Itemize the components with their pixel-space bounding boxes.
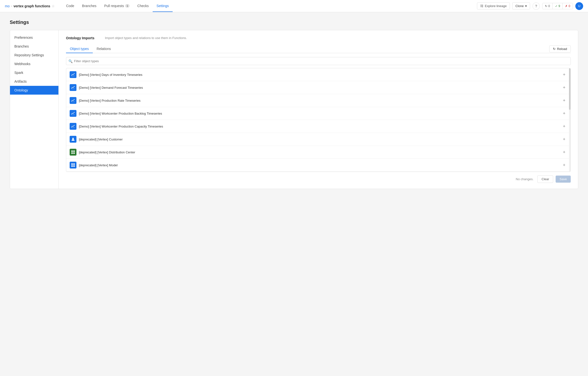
- object-type-icon: [70, 123, 76, 130]
- svg-rect-7: [73, 150, 75, 152]
- ontology-section-label: Ontology Imports: [66, 36, 105, 40]
- svg-rect-10: [71, 163, 73, 165]
- status-group: ↻ 0 ✓ 9 ✗ 0: [542, 3, 573, 9]
- settings-content: Ontology Imports Import object types and…: [59, 30, 578, 189]
- object-type-icon: [70, 149, 76, 155]
- tab-code[interactable]: Code: [62, 0, 78, 12]
- object-type-name: [Demo] [Vertex] Days of Inventory Timese…: [79, 73, 559, 77]
- svg-rect-11: [73, 163, 75, 165]
- object-type-name: [Demo] [Vertex] Demand Forecast Timeseri…: [79, 86, 559, 89]
- svg-rect-4: [71, 128, 75, 128]
- status-checks-failed[interactable]: ✗ 0: [563, 3, 573, 9]
- sync-icon: ↻: [545, 4, 547, 8]
- svg-rect-1: [71, 89, 75, 89]
- pull-requests-badge: 1: [125, 4, 129, 8]
- status-checks-passed[interactable]: ✓ 9: [553, 3, 563, 9]
- tab-settings[interactable]: Settings: [153, 0, 173, 12]
- tab-branches[interactable]: Branches: [78, 0, 100, 12]
- clone-button[interactable]: Clone ▾: [512, 2, 530, 10]
- svg-rect-8: [71, 152, 73, 154]
- top-nav: mo › vertex graph functions ☆ Code Branc…: [0, 0, 588, 12]
- tab-object-types[interactable]: Object types: [66, 45, 93, 53]
- chevron-down-icon: ▾: [525, 4, 527, 8]
- sidebar-item-repository-settings[interactable]: Repository Settings: [10, 51, 58, 59]
- list-item: [deprecated] [Vertex] Customer +: [66, 133, 570, 146]
- add-object-type-button[interactable]: +: [561, 162, 567, 168]
- check-icon: ✓: [555, 4, 557, 8]
- sidebar-item-preferences[interactable]: Preferences: [10, 33, 58, 42]
- settings-sidebar: Preferences Branches Repository Settings…: [10, 30, 59, 189]
- page-title: Settings: [10, 20, 578, 25]
- object-type-icon: [70, 71, 76, 78]
- object-type-icon: [70, 84, 76, 91]
- avatar[interactable]: U: [575, 2, 583, 10]
- svg-rect-3: [71, 115, 75, 115]
- sidebar-item-artifacts[interactable]: Artifacts: [10, 77, 58, 86]
- svg-rect-0: [71, 76, 75, 76]
- list-footer: No changes. Clear Save: [66, 175, 571, 183]
- star-icon[interactable]: ☆: [52, 4, 55, 8]
- object-type-name: [Demo] [Vertex] Workcenter Production Ba…: [79, 112, 559, 115]
- breadcrumb-separator: ›: [11, 4, 12, 8]
- list-item: [Demo] [Vertex] Production Rate Timeseri…: [66, 94, 570, 107]
- sidebar-item-spark[interactable]: Spark: [10, 68, 58, 77]
- reload-button[interactable]: ↻ Reload: [549, 45, 571, 52]
- settings-panel: Preferences Branches Repository Settings…: [10, 30, 578, 189]
- status-sync[interactable]: ↻ 0: [543, 3, 553, 9]
- object-type-name: [Demo] [Vertex] Workcenter Production Ca…: [79, 125, 559, 128]
- list-item: [Demo] [Vertex] Workcenter Production Ca…: [66, 120, 570, 133]
- add-object-type-button[interactable]: +: [561, 98, 567, 103]
- lineage-icon: ⛓: [480, 4, 483, 8]
- scrollbar-thumb[interactable]: [569, 68, 570, 110]
- object-type-icon: [70, 136, 76, 143]
- object-type-icon: [70, 162, 76, 168]
- filter-input[interactable]: [66, 57, 571, 65]
- sidebar-item-ontology[interactable]: Ontology: [10, 86, 58, 95]
- object-type-icon: [70, 110, 76, 117]
- svg-point-5: [72, 138, 74, 139]
- add-object-type-button[interactable]: +: [561, 149, 567, 155]
- add-object-type-button[interactable]: +: [561, 111, 567, 116]
- scrollbar-track[interactable]: [569, 68, 570, 172]
- reload-icon: ↻: [553, 47, 556, 51]
- ontology-description: Import object types and relations to use…: [105, 36, 187, 40]
- explore-lineage-button[interactable]: ⛓ Explore lineage: [477, 2, 510, 10]
- list-item: [Demo] [Vertex] Demand Forecast Timeseri…: [66, 81, 570, 94]
- list-item: [Demo] [Vertex] Workcenter Production Ba…: [66, 107, 570, 120]
- svg-rect-6: [71, 150, 73, 152]
- svg-rect-9: [73, 152, 75, 154]
- repo-name: vertex graph functions: [13, 4, 50, 8]
- ontology-header: Ontology Imports Import object types and…: [66, 36, 571, 40]
- add-object-type-button[interactable]: +: [561, 85, 567, 90]
- top-nav-right: ⛓ Explore lineage Clone ▾ ? ↻ 0 ✓ 9 ✗ 0 …: [477, 2, 583, 10]
- list-item: [Demo] [Vertex] Days of Inventory Timese…: [66, 68, 570, 81]
- list-item: [deprecated] [Vertex] Model +: [66, 159, 570, 172]
- add-object-type-button[interactable]: +: [561, 136, 567, 142]
- save-button[interactable]: Save: [556, 176, 571, 183]
- filter-input-wrap: 🔍: [66, 57, 571, 65]
- object-type-icon: [70, 97, 76, 104]
- no-changes-text: No changes.: [516, 177, 534, 181]
- tab-pull-requests[interactable]: Pull requests 1: [100, 0, 133, 12]
- object-type-name: [deprecated] [Vertex] Model: [79, 163, 559, 167]
- search-icon: 🔍: [68, 59, 73, 63]
- main-content: Settings Preferences Branches Repository…: [0, 12, 588, 196]
- add-object-type-button[interactable]: +: [561, 72, 567, 77]
- clear-button[interactable]: Clear: [537, 175, 553, 183]
- svg-rect-12: [71, 165, 73, 167]
- help-button[interactable]: ?: [533, 2, 540, 10]
- add-object-type-button[interactable]: +: [561, 123, 567, 129]
- svg-rect-13: [73, 165, 75, 167]
- sidebar-item-webhooks[interactable]: Webhooks: [10, 59, 58, 68]
- breadcrumb-prefix[interactable]: mo: [5, 4, 10, 8]
- sidebar-item-branches[interactable]: Branches: [10, 42, 58, 51]
- tab-relations[interactable]: Relations: [93, 45, 115, 53]
- x-icon: ✗: [565, 4, 567, 8]
- svg-rect-2: [71, 102, 75, 102]
- tab-checks[interactable]: Checks: [133, 0, 153, 12]
- list-item: [deprecated] [Vertex] Distribution Cente…: [66, 146, 570, 159]
- avatar-initial: U: [578, 4, 580, 8]
- object-type-name: [deprecated] [Vertex] Customer: [79, 138, 559, 141]
- object-list: [Demo] [Vertex] Days of Inventory Timese…: [66, 68, 571, 172]
- nav-tabs: Code Branches Pull requests 1 Checks Set…: [62, 0, 173, 12]
